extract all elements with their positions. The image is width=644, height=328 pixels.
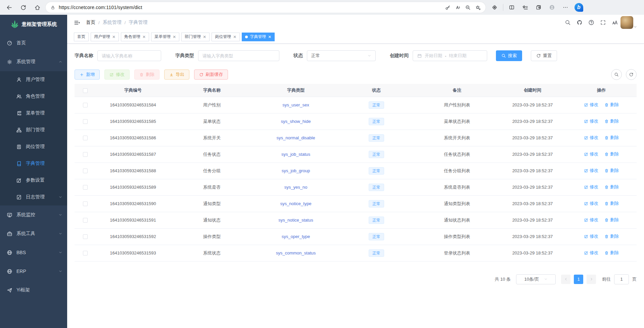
delete-link[interactable]: 删除	[604, 200, 619, 206]
fullscreen-button[interactable]	[599, 19, 607, 26]
sidebar-item-参数设置[interactable]: 参数设置	[0, 172, 67, 189]
prev-page-button[interactable]	[561, 275, 570, 284]
dict-type-link[interactable]: sys_yes_no	[284, 185, 308, 190]
edit-link[interactable]: 修改	[584, 217, 598, 223]
row-checkbox[interactable]	[83, 251, 88, 255]
edit-link[interactable]: 修改	[584, 151, 598, 157]
back-button[interactable]	[3, 2, 15, 13]
delete-link[interactable]: 删除	[604, 118, 619, 124]
row-checkbox[interactable]	[83, 136, 88, 140]
delete-link[interactable]: 删除	[604, 184, 619, 190]
sidebar-item-菜单管理[interactable]: 菜单管理	[0, 105, 67, 122]
edit-link[interactable]: 修改	[584, 184, 598, 190]
dict-type-link[interactable]: sys_normal_disable	[277, 135, 315, 140]
address-bar[interactable]: https://ccnetcore.com:1101/system/dict	[46, 2, 486, 13]
delete-link[interactable]: 删除	[604, 168, 619, 174]
next-page-button[interactable]	[587, 275, 596, 284]
star-add-button[interactable]	[473, 2, 483, 12]
font-size-button[interactable]	[611, 19, 618, 26]
dict-name-input[interactable]	[102, 53, 157, 58]
essentials-button[interactable]	[489, 2, 500, 13]
tab-首页[interactable]: 首页	[74, 33, 89, 41]
more-button[interactable]	[560, 2, 571, 13]
delete-link[interactable]: 删除	[604, 250, 619, 256]
github-button[interactable]	[576, 19, 583, 26]
row-checkbox[interactable]	[83, 201, 88, 206]
app-logo[interactable]: 意框架管理系统	[0, 15, 67, 34]
dict-type-link[interactable]: sys_show_hide	[281, 119, 311, 124]
sidebar-item-用户管理[interactable]: 用户管理	[0, 71, 67, 88]
row-checkbox[interactable]	[83, 218, 88, 223]
edit-link[interactable]: 修改	[584, 168, 598, 174]
dict-type-link[interactable]: sys_common_status	[276, 250, 316, 255]
user-avatar[interactable]	[620, 16, 633, 29]
close-tab-icon[interactable]: ✕	[203, 35, 206, 39]
tab-用户管理[interactable]: 用户管理✕	[91, 33, 119, 41]
sidebar-item-系统监控[interactable]: 系统监控	[0, 205, 67, 224]
status-select[interactable]: 正常	[307, 50, 376, 61]
search-button[interactable]: 搜索	[496, 50, 522, 61]
tab-菜单管理[interactable]: 菜单管理✕	[151, 33, 179, 41]
bing-chat-button[interactable]: b	[573, 2, 585, 13]
avatar-caret-icon[interactable]	[633, 25, 637, 29]
refresh-button[interactable]	[17, 2, 29, 13]
page-size-select[interactable]: 10条/页	[516, 274, 556, 284]
row-checkbox[interactable]	[83, 152, 88, 157]
select-all-checkbox[interactable]	[83, 88, 88, 93]
collections-button[interactable]	[533, 2, 544, 13]
sidebar-item-ERP[interactable]: ERP	[0, 262, 67, 281]
删除-button[interactable]: 删除	[134, 69, 159, 80]
dict-type-link[interactable]: sys_oper_type	[282, 234, 310, 239]
row-checkbox[interactable]	[83, 103, 88, 107]
edit-link[interactable]: 修改	[584, 250, 598, 256]
sidebar-item-角色管理[interactable]: 角色管理	[0, 88, 67, 105]
tab-部门管理[interactable]: 部门管理✕	[181, 33, 210, 41]
dict-type-link[interactable]: sys_notice_status	[278, 218, 313, 223]
profile-button[interactable]	[546, 2, 558, 13]
read-aloud-button[interactable]	[453, 2, 463, 12]
dict-type-link[interactable]: sys_notice_type	[280, 201, 311, 206]
close-tab-icon[interactable]: ✕	[233, 35, 236, 39]
close-tab-icon[interactable]: ✕	[142, 35, 146, 39]
close-tab-icon[interactable]: ✕	[173, 35, 176, 39]
row-checkbox[interactable]	[83, 119, 88, 124]
导出-button[interactable]: 导出	[164, 69, 189, 80]
tab-角色管理[interactable]: 角色管理✕	[121, 33, 149, 41]
row-checkbox[interactable]	[83, 169, 88, 173]
sidebar-item-BBS[interactable]: BBS	[0, 243, 67, 262]
sidebar-item-岗位管理[interactable]: 岗位管理	[0, 138, 67, 155]
zoom-out-button[interactable]	[463, 2, 473, 12]
search-tool-button[interactable]	[611, 69, 622, 80]
key-button[interactable]	[443, 2, 453, 12]
favorites-bar-button[interactable]	[519, 2, 531, 13]
search-button[interactable]	[564, 19, 571, 26]
close-tab-icon[interactable]: ✕	[268, 35, 271, 39]
dict-type-link[interactable]: sys_job_group	[282, 168, 310, 173]
sidebar-item-日志管理[interactable]: 日志管理	[0, 189, 67, 205]
edit-link[interactable]: 修改	[584, 118, 598, 124]
sidebar-item-字典管理[interactable]: 字典管理	[0, 155, 67, 172]
sidebar-item-部门管理[interactable]: 部门管理	[0, 122, 67, 138]
tab-字典管理[interactable]: 字典管理✕	[242, 33, 275, 41]
split-screen-button[interactable]	[506, 2, 517, 13]
date-range-picker[interactable]: 开始日期 - 结束日期	[413, 50, 487, 61]
edit-link[interactable]: 修改	[584, 200, 598, 206]
edit-link[interactable]: 修改	[584, 135, 598, 141]
page-number-1[interactable]: 1	[574, 275, 583, 284]
dict-type-input[interactable]	[202, 53, 275, 58]
sidebar-item-系统工具[interactable]: 系统工具	[0, 224, 67, 243]
breadcrumb-item[interactable]: 首页	[86, 19, 95, 26]
delete-link[interactable]: 删除	[604, 217, 619, 223]
sidebar-item-Yi框架[interactable]: Yi框架	[0, 281, 67, 299]
dict-type-link[interactable]: sys_user_sex	[282, 102, 309, 107]
row-checkbox[interactable]	[83, 185, 88, 190]
help-button[interactable]	[588, 19, 595, 26]
close-tab-icon[interactable]: ✕	[112, 35, 116, 39]
delete-link[interactable]: 删除	[604, 151, 619, 157]
edit-link[interactable]: 修改	[584, 233, 598, 239]
edit-link[interactable]: 修改	[584, 102, 598, 108]
home-button[interactable]	[32, 2, 43, 13]
delete-link[interactable]: 删除	[604, 233, 619, 239]
delete-link[interactable]: 删除	[604, 135, 619, 141]
url-text[interactable]: https://ccnetcore.com:1101/system/dict	[59, 5, 443, 10]
